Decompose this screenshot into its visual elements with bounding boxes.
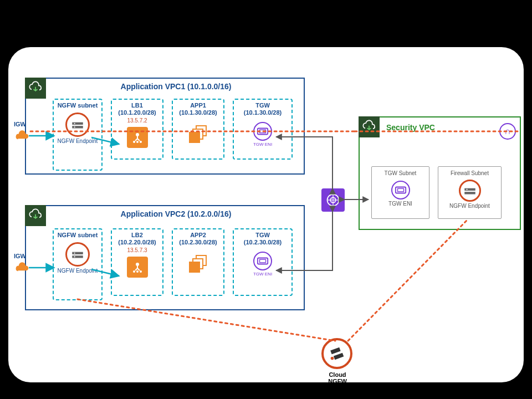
svg-rect-10 bbox=[72, 252, 83, 254]
tgw-eni-icon bbox=[253, 122, 272, 141]
svg-rect-22 bbox=[464, 188, 475, 191]
sec-ngfw-endpoint-label: NGFW Endpoint bbox=[441, 203, 499, 209]
svg-point-7 bbox=[140, 141, 142, 143]
svg-rect-19 bbox=[260, 260, 266, 263]
vpc2-igw-label: IGW bbox=[14, 253, 26, 259]
svg-point-2 bbox=[74, 123, 75, 124]
vpc1-lb-subnet: LB1(10.1.20.0/28) 13.5.7.2 bbox=[111, 99, 163, 160]
svg-point-15 bbox=[133, 270, 135, 273]
tgw-eni-icon bbox=[391, 181, 410, 200]
ngfw-endpoint-label: NGFW Endpoint bbox=[54, 268, 101, 274]
vpc1-title: Application VPC1 (10.1.0.0/16) bbox=[26, 79, 304, 91]
vpc1-app-subnet: APP1(10.1.30.0/28) bbox=[172, 99, 224, 160]
internet-cloud-icon bbox=[14, 130, 30, 143]
vpc2-ngfw-subnet: NGFW subnet NGFW Endpoint bbox=[53, 228, 103, 300]
vpc-icon bbox=[359, 116, 380, 137]
vpc2-title: Application VPC2 (10.2.0.0/16) bbox=[26, 206, 304, 218]
svg-point-16 bbox=[136, 270, 139, 273]
svg-rect-1 bbox=[72, 126, 83, 128]
svg-point-24 bbox=[466, 189, 467, 190]
svg-point-17 bbox=[140, 270, 142, 273]
svg-point-5 bbox=[133, 141, 135, 143]
lb2-title: LB2(10.2.20.0/28) bbox=[112, 229, 162, 247]
svg-point-14 bbox=[136, 263, 139, 266]
svg-rect-8 bbox=[258, 129, 268, 135]
app1-title: APP1(10.1.30.0/28) bbox=[173, 100, 223, 117]
tgw1-eni-label: TGW ENI bbox=[234, 142, 291, 147]
ngfw-endpoint-icon bbox=[459, 180, 481, 202]
tgw1-title: TGW(10.1.30.0/28) bbox=[234, 100, 291, 117]
svg-point-4 bbox=[136, 133, 139, 136]
svg-rect-21 bbox=[397, 188, 403, 192]
app2-title: APP2(10.2.30.0/28) bbox=[173, 229, 223, 247]
tgw2-eni-label: TGW ENI bbox=[234, 272, 291, 277]
svg-point-6 bbox=[136, 141, 139, 143]
tgw-subnet-label: TGW Subnet bbox=[374, 170, 427, 176]
svg-point-31 bbox=[331, 357, 334, 360]
vpc1-tgw-subnet: TGW(10.1.30.0/28) TGW ENI bbox=[233, 99, 293, 160]
tgw-eni-icon bbox=[253, 252, 272, 270]
svg-rect-29 bbox=[330, 347, 340, 354]
transit-gateway-icon bbox=[321, 188, 345, 212]
vpc1-ngfw-subnet: NGFW subnet NGFW Endpoint bbox=[53, 99, 103, 171]
svg-point-3 bbox=[74, 126, 75, 127]
ngfw-subnet-label: NGFW subnet bbox=[54, 100, 101, 110]
svg-rect-30 bbox=[334, 353, 344, 360]
svg-rect-23 bbox=[464, 192, 475, 194]
load-balancer-icon bbox=[127, 127, 148, 148]
ngfw-endpoint-label: NGFW Endpoint bbox=[54, 138, 101, 144]
fw-subnet-label: Firewall Subnet bbox=[441, 170, 499, 176]
svg-rect-11 bbox=[72, 255, 83, 258]
svg-rect-9 bbox=[260, 130, 266, 134]
ngfw-endpoint-icon bbox=[65, 242, 90, 267]
svg-rect-18 bbox=[258, 258, 268, 264]
sec-tgw-subnet: TGW Subnet TGW ENI bbox=[371, 166, 429, 219]
ngfw-endpoint-icon bbox=[65, 112, 90, 137]
svg-point-13 bbox=[74, 256, 75, 257]
netskope-icon: ∩ bbox=[499, 123, 516, 140]
vpc2-app-subnet: APP2(10.2.30.0/28) bbox=[172, 228, 224, 296]
cloud-ngfw-label: Cloud NGFW bbox=[325, 371, 350, 385]
lb1-title: LB1(10.1.20.0/28) bbox=[112, 100, 162, 117]
svg-point-12 bbox=[74, 253, 75, 254]
vpc1-igw-label: IGW bbox=[14, 121, 26, 127]
load-balancer-icon bbox=[127, 257, 148, 278]
vpc-icon bbox=[25, 78, 46, 99]
lb2-eip: 13.5.7.3 bbox=[112, 247, 162, 253]
svg-rect-20 bbox=[395, 187, 405, 193]
sec-tgw-eni-label: TGW ENI bbox=[374, 201, 427, 207]
vpc-icon bbox=[25, 205, 46, 226]
vpc2-tgw-subnet: TGW(10.2.30.0/28) TGW ENI bbox=[233, 228, 293, 296]
tgw2-title: TGW(10.2.30.0/28) bbox=[234, 229, 291, 247]
app-servers-icon bbox=[189, 255, 208, 274]
sec-fw-subnet: Firewall Subnet NGFW Endpoint bbox=[438, 166, 502, 219]
svg-rect-0 bbox=[72, 122, 83, 125]
ngfw-subnet-label: NGFW subnet bbox=[54, 229, 101, 240]
lb1-eip: 13.5.7.2 bbox=[112, 117, 162, 124]
secvpc-title: Security VPC bbox=[360, 117, 520, 132]
app-servers-icon bbox=[189, 125, 208, 144]
internet-cloud-icon bbox=[14, 262, 30, 275]
vpc2-lb-subnet: LB2(10.2.20.0/28) 13.5.7.3 bbox=[111, 228, 163, 296]
cloud-ngfw-icon bbox=[321, 338, 352, 369]
